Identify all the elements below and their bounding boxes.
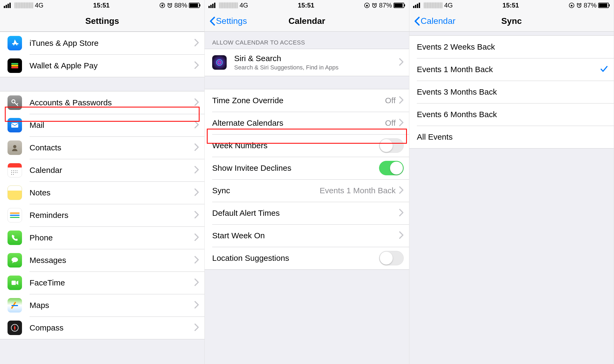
row-messages[interactable]: Messages: [0, 249, 204, 272]
network-type: 4G: [444, 2, 453, 9]
row-wallet-apple-pay[interactable]: Wallet & Apple Pay: [0, 54, 204, 77]
svg-point-25: [13, 174, 14, 175]
row-week-numbers[interactable]: Week Numbers: [205, 134, 409, 157]
orientation-lock-icon: [569, 2, 575, 8]
chevron-right-icon: [399, 58, 404, 67]
row-itunes-appstore[interactable]: iTunes & App Store: [0, 32, 204, 54]
back-label: Calendar: [421, 16, 455, 26]
row-sync-1month[interactable]: Events 1 Month Back: [409, 58, 614, 81]
facetime-icon: [8, 276, 22, 290]
pane-settings: 4G 15:51 88% Settings iTunes & App Store…: [0, 0, 205, 364]
row-label: Phone: [30, 233, 194, 242]
row-label: Location Suggestions: [212, 254, 379, 263]
chevron-right-icon: [194, 61, 199, 70]
status-left: 4G: [4, 2, 43, 9]
status-left: 4G: [208, 2, 248, 9]
row-label: iTunes & App Store: [30, 39, 194, 48]
row-location-suggestions[interactable]: Location Suggestions: [205, 247, 409, 269]
row-sync-6months[interactable]: Events 6 Months Back: [409, 103, 614, 126]
row-value: Off: [385, 118, 396, 128]
row-label: Time Zone Override: [212, 96, 385, 105]
svg-rect-0: [4, 6, 5, 8]
chevron-right-icon: [399, 96, 404, 105]
chevron-right-icon: [194, 188, 199, 197]
row-label: Events 1 Month Back: [417, 65, 600, 74]
nav-header: Calendar Sync: [409, 11, 614, 32]
settings-group-2: Accounts & Passwords Mail Contacts Calen…: [0, 91, 204, 339]
status-time: 15:51: [93, 2, 109, 9]
chevron-right-icon: [194, 211, 199, 220]
back-label: Settings: [216, 16, 247, 26]
signal-icon: [4, 3, 13, 8]
row-sync-all[interactable]: All Events: [409, 126, 614, 148]
pane-sync: 4G 15:51 87% Calendar Sync Events 2 Week…: [409, 0, 614, 364]
back-button[interactable]: Settings: [209, 16, 247, 26]
row-time-zone-override[interactable]: Time Zone Override Off: [205, 89, 409, 112]
toggle-show-invitee-declines[interactable]: [379, 161, 404, 175]
orientation-lock-icon: [159, 2, 165, 8]
svg-rect-32: [214, 3, 215, 8]
row-value: Events 1 Month Back: [320, 186, 396, 195]
row-calendar[interactable]: Calendar: [0, 159, 204, 181]
row-label: Accounts & Passwords: [30, 98, 194, 107]
toggle-location-suggestions[interactable]: [379, 251, 404, 265]
row-sync[interactable]: Sync Events 1 Month Back: [205, 179, 409, 202]
row-label: Notes: [30, 188, 194, 197]
row-label: Messages: [30, 256, 194, 265]
svg-point-39: [216, 60, 222, 65]
svg-rect-41: [413, 6, 414, 8]
svg-point-20: [11, 172, 12, 173]
row-label: Events 6 Months Back: [417, 110, 608, 119]
back-button[interactable]: Calendar: [414, 16, 455, 26]
network-type: 4G: [35, 2, 43, 9]
carrier-name: [14, 2, 33, 8]
svg-rect-50: [609, 4, 610, 6]
chevron-right-icon: [194, 143, 199, 152]
svg-rect-30: [210, 5, 212, 8]
mail-icon: [8, 118, 22, 132]
row-label: Week Numbers: [212, 141, 379, 150]
alarm-icon: [576, 2, 582, 8]
row-label: Events 2 Weeks Back: [417, 42, 608, 51]
row-accounts-passwords[interactable]: Accounts & Passwords: [0, 91, 204, 114]
chevron-right-icon: [194, 323, 199, 332]
battery-icon: [189, 3, 201, 8]
row-maps[interactable]: Maps: [0, 294, 204, 317]
row-show-invitee-declines[interactable]: Show Invitee Declines: [205, 157, 409, 179]
siri-icon: [212, 55, 227, 70]
row-mail[interactable]: Mail: [0, 114, 204, 136]
svg-point-18: [15, 170, 16, 171]
row-start-week-on[interactable]: Start Week On: [205, 224, 409, 247]
row-sync-2weeks[interactable]: Events 2 Weeks Back: [409, 36, 614, 58]
chevron-right-icon: [399, 231, 404, 240]
appstore-icon: [8, 36, 22, 50]
row-phone[interactable]: Phone: [0, 226, 204, 249]
row-reminders[interactable]: Reminders: [0, 204, 204, 226]
alarm-icon: [372, 2, 377, 8]
row-label: Compass: [30, 323, 194, 332]
row-contacts[interactable]: Contacts: [0, 136, 204, 159]
contacts-icon: [8, 140, 22, 155]
toggle-week-numbers[interactable]: [379, 138, 404, 153]
row-compass[interactable]: Compass: [0, 317, 204, 339]
maps-icon: [8, 298, 22, 313]
svg-rect-49: [599, 3, 607, 7]
pane-calendar: 4G 15:51 87% Settings Calendar ALLOW CAL…: [205, 0, 409, 364]
row-default-alert-times[interactable]: Default Alert Times: [205, 202, 409, 224]
row-sync-3months[interactable]: Events 3 Months Back: [409, 81, 614, 103]
svg-rect-12: [11, 67, 18, 68]
svg-point-19: [17, 170, 17, 171]
svg-rect-31: [212, 4, 214, 8]
row-label: Default Alert Times: [212, 209, 399, 218]
svg-rect-8: [190, 3, 198, 7]
chevron-right-icon: [399, 186, 404, 195]
svg-point-17: [13, 170, 14, 171]
row-siri-search[interactable]: Siri & Search Search & Siri Suggestions,…: [205, 49, 409, 76]
row-facetime[interactable]: FaceTime: [0, 272, 204, 294]
row-alternate-calendars[interactable]: Alternate Calendars Off: [205, 112, 409, 134]
carrier-name: [219, 2, 238, 8]
row-notes[interactable]: Notes: [0, 181, 204, 204]
svg-rect-2: [8, 4, 9, 8]
svg-point-24: [11, 174, 12, 175]
section-header-allow-access: ALLOW CALENDAR TO ACCESS: [205, 32, 409, 49]
